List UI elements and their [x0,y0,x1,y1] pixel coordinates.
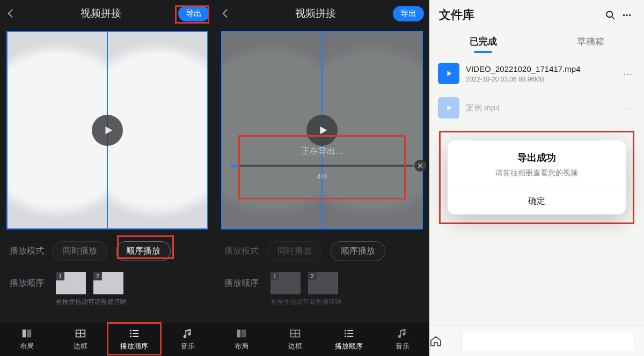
video-file-icon [438,63,459,84]
tab-border: 边框 [268,323,322,356]
library-header: 文件库 ··· [429,0,644,30]
page-title: 视频拼接 [24,6,178,20]
preview-panel [221,31,423,229]
border-icon [75,328,86,339]
play-mode-row: 播放模式 同时播放 顺序播放 [0,235,215,264]
mode-sequential: 顺序播放 [331,241,385,261]
export-progress-panel: 正在导出... 4% [221,134,423,190]
more-button[interactable]: ··· [619,9,634,21]
play-order-row: 播放顺序 1 2 [0,264,215,294]
tab-drafts[interactable]: 草稿箱 [537,35,644,53]
border-icon [289,328,301,339]
header: 视频拼接 导出 [215,0,429,27]
screen-file-library: 文件库 ··· 已完成 草稿箱 VIDEO_20221020_171417.mp… [429,0,644,356]
list-icon [128,328,140,339]
svg-line-23 [612,17,614,19]
export-button[interactable]: 导出 [178,6,209,21]
svg-rect-11 [237,330,240,338]
svg-rect-9 [133,333,138,334]
tab-border[interactable]: 边框 [54,323,107,356]
play-order-row: 播放顺序 1 2 [215,264,429,294]
library-tabs: 已完成 草稿箱 [429,30,644,56]
screen-exporting: 视频拼接 导出 正在导出... 4% 播放模式 同时播放 顺序播放 播放顺序 1… [215,0,429,356]
svg-rect-10 [133,336,138,337]
search-button[interactable] [604,9,619,21]
home-button[interactable] [429,335,462,347]
preview-panel [6,31,208,229]
svg-point-6 [130,333,131,335]
page-title: 视频拼接 [238,6,393,20]
library-bottom-bar [429,325,644,356]
tab-completed[interactable]: 已完成 [429,35,537,53]
export-button[interactable]: 导出 [393,6,424,21]
svg-point-5 [130,330,131,331]
order-thumb[interactable]: 2 [93,272,123,294]
play-mode-row: 播放模式 同时播放 顺序播放 [215,235,429,264]
file-name: VIDEO_20221020_171417.mp4 [466,64,613,73]
bottom-spacer [462,331,634,351]
exporting-label: 正在导出... [231,146,413,157]
svg-point-17 [345,333,346,335]
tab-layout[interactable]: 布局 [0,323,54,356]
bottom-tabbar: 布局 边框 播放顺序 音乐 [215,323,429,356]
play-order-label: 播放顺序 [224,278,263,289]
drag-hint: 长按并拖动可调整顺序哟 [0,294,215,307]
tab-layout: 布局 [215,323,268,356]
file-item[interactable]: VIDEO_20221020_171417.mp4 2022-10-20 03:… [429,56,644,91]
music-icon [397,328,408,339]
file-more-button[interactable]: ··· [620,68,635,80]
play-mode-label: 播放模式 [224,246,259,257]
tab-play-order[interactable]: 播放顺序 [107,323,161,356]
play-order-label: 播放顺序 [10,278,48,289]
svg-rect-21 [347,336,353,337]
svg-rect-12 [241,330,246,338]
layout-icon [21,328,33,339]
svg-rect-8 [133,330,138,331]
play-button[interactable] [92,115,123,146]
modal-subtitle: 请前往相册查看您的视频 [448,168,626,188]
file-name: 案例.mp4 [466,103,613,113]
screen-video-stitch: 视频拼接 导出 播放模式 同时播放 顺序播放 播放顺序 1 2 长按并拖动可调整… [0,0,215,356]
svg-point-18 [345,336,346,337]
music-icon [182,328,194,339]
bottom-tabbar: 布局 边框 播放顺序 音乐 [0,323,215,356]
mode-simultaneous[interactable]: 同时播放 [53,241,107,261]
cancel-export-button[interactable] [414,160,426,172]
file-meta: 2022-10-20 03:06 88.96MB [466,76,613,83]
progress-bar [231,165,413,167]
header: 视频拼接 导出 [0,0,215,27]
back-button[interactable] [220,8,238,19]
mode-simultaneous: 同时播放 [267,241,322,261]
file-more-button[interactable]: ··· [620,102,635,114]
list-icon [343,328,355,339]
video-file-icon [438,97,459,118]
svg-rect-1 [27,330,31,338]
tab-play-order: 播放顺序 [322,323,376,356]
order-thumb: 2 [308,272,338,294]
layout-icon [236,328,247,339]
progress-percent: 4% [231,172,413,181]
svg-rect-0 [23,330,26,338]
tab-music[interactable]: 音乐 [161,323,215,356]
file-item[interactable]: 案例.mp4 ··· [429,91,644,125]
svg-rect-20 [347,333,353,334]
order-thumb: 1 [270,272,301,294]
progress-fill [231,165,238,167]
tab-music: 音乐 [376,323,429,356]
svg-rect-19 [347,330,353,331]
order-thumb[interactable]: 1 [56,272,86,294]
svg-point-22 [606,11,612,17]
svg-point-7 [130,336,131,337]
play-mode-label: 播放模式 [10,246,44,257]
mode-sequential[interactable]: 顺序播放 [116,241,171,261]
drag-hint: 长按并拖动可调整顺序哟 [215,294,429,307]
back-button[interactable] [5,8,24,19]
export-success-modal: 导出成功 请前往相册查看您的视频 确定 [448,140,626,214]
modal-title: 导出成功 [448,140,626,168]
svg-point-16 [345,330,346,331]
modal-ok-button[interactable]: 确定 [448,188,626,214]
library-title: 文件库 [439,7,604,23]
